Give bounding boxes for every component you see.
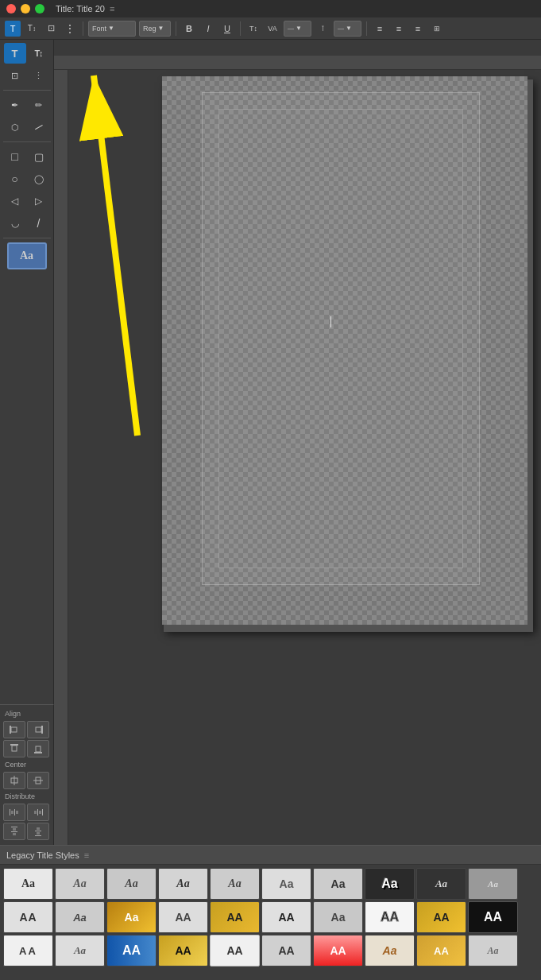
- wedge-tool[interactable]: ◁: [4, 191, 26, 211]
- polygon-tool[interactable]: ▷: [28, 191, 50, 211]
- style-swatch[interactable]: AA: [210, 935, 260, 966]
- center-label: Center: [3, 761, 50, 769]
- styles-grid: Aa Aa Aa Aa Aa Aa Aa Aa Aa Aa AA Aa Aa A…: [0, 865, 541, 970]
- close-button[interactable]: [6, 4, 16, 14]
- canvas-area[interactable]: [54, 56, 541, 845]
- kerning-dropdown[interactable]: —▼: [284, 21, 311, 37]
- style-swatch[interactable]: Aa: [158, 868, 208, 900]
- distribute-right[interactable]: [27, 804, 49, 821]
- tool-row-8: ◡ /: [4, 213, 50, 234]
- style-swatch[interactable]: Aa: [106, 901, 157, 933]
- text-type-tool[interactable]: T: [4, 43, 26, 64]
- style-swatch[interactable]: Aa: [106, 868, 157, 900]
- align-panel: Align Center Distribute: [0, 704, 54, 845]
- arc2-tool[interactable]: ◡: [4, 213, 26, 234]
- sep3: [240, 21, 241, 36]
- title-menu-icon[interactable]: ≡: [110, 4, 114, 14]
- styles-header: Legacy Title Styles ≡: [0, 846, 541, 865]
- style-swatch[interactable]: Aa: [416, 868, 466, 900]
- style-swatch[interactable]: Aa: [365, 935, 415, 966]
- style-swatch[interactable]: AA: [365, 901, 415, 933]
- italic-btn[interactable]: I: [200, 21, 216, 37]
- style-swatch[interactable]: Aa: [210, 868, 260, 900]
- distribute-bottom[interactable]: [27, 823, 49, 840]
- vertical-text-btn[interactable]: T↕: [24, 21, 40, 37]
- divider2: [3, 141, 51, 142]
- style-swatch[interactable]: Aa: [3, 868, 53, 900]
- paint-bucket-tool[interactable]: ⬡: [4, 117, 26, 138]
- svg-rect-19: [39, 811, 41, 814]
- styles-row-1: Aa Aa Aa Aa Aa Aa Aa Aa Aa Aa: [3, 868, 538, 900]
- align-right-edge[interactable]: [27, 721, 49, 738]
- svg-rect-20: [11, 827, 17, 827]
- vertical-type-tool[interactable]: T↕: [28, 43, 50, 64]
- rect-tool[interactable]: □: [4, 146, 26, 167]
- style-swatch[interactable]: AA: [261, 935, 311, 966]
- align-bottom-edge[interactable]: [27, 740, 49, 757]
- style-swatch[interactable]: AA: [106, 935, 157, 966]
- style-swatch[interactable]: Aa: [261, 901, 311, 933]
- line-tool[interactable]: /: [23, 112, 53, 142]
- ruler: [54, 56, 541, 70]
- align-top-edge[interactable]: [3, 740, 25, 757]
- styles-menu-icon[interactable]: ≡: [84, 850, 89, 860]
- style-swatch[interactable]: AA: [3, 935, 53, 966]
- minimize-button[interactable]: [21, 4, 30, 14]
- distribute-top[interactable]: [3, 823, 25, 840]
- baseline-dropdown[interactable]: —▼: [334, 21, 361, 37]
- tool-row-2: ⊡ ⋮: [4, 65, 50, 86]
- svg-rect-22: [13, 828, 16, 831]
- line2-tool[interactable]: /: [28, 213, 50, 234]
- align-left-edge[interactable]: [3, 721, 25, 738]
- center-v-btn[interactable]: [27, 772, 49, 789]
- style-swatch[interactable]: Aa: [261, 868, 311, 900]
- style-dropdown[interactable]: Reg▼: [139, 21, 171, 37]
- align-right-btn[interactable]: ≡: [410, 21, 426, 37]
- text-tool-btn[interactable]: T: [5, 21, 21, 37]
- style-swatch[interactable]: AA: [416, 901, 466, 933]
- style-swatch[interactable]: Aa: [365, 868, 415, 900]
- styles-row-2: AA Aa Aa Aa Aa Aa Aa AA AA AA: [3, 901, 538, 933]
- style-swatch[interactable]: Aa: [313, 868, 363, 900]
- distribute-left[interactable]: [3, 804, 25, 821]
- center-h-btn[interactable]: [3, 772, 25, 789]
- style-swatch[interactable]: AA: [313, 935, 363, 966]
- arc-tool[interactable]: ◯: [28, 168, 50, 189]
- style-swatch[interactable]: AA: [416, 935, 466, 966]
- svg-rect-10: [33, 780, 43, 781]
- select-tool-btn[interactable]: ⊡: [4, 65, 26, 86]
- underline-btn[interactable]: U: [219, 21, 235, 37]
- baseline-btn[interactable]: ⊺: [315, 21, 330, 37]
- list-tool-btn[interactable]: ⋮: [28, 65, 50, 86]
- style-swatch[interactable]: AA: [158, 935, 208, 966]
- ellipse-tool[interactable]: ○: [4, 168, 26, 189]
- style-swatch[interactable]: Aa: [210, 901, 260, 933]
- style-swatch[interactable]: AA: [3, 901, 53, 933]
- canvas-bg[interactable]: [68, 70, 541, 845]
- list-btn[interactable]: ⋮: [62, 21, 78, 37]
- tool-row-6: ○ ◯: [4, 168, 50, 189]
- style-tool[interactable]: Aa: [7, 242, 47, 269]
- svg-rect-17: [42, 809, 43, 815]
- svg-rect-3: [36, 727, 41, 732]
- align-left-btn[interactable]: ≡: [372, 21, 388, 37]
- rounded-rect-tool[interactable]: ▢: [28, 146, 50, 167]
- style-swatch[interactable]: Aa: [468, 868, 518, 900]
- style-swatch[interactable]: AA: [468, 901, 518, 933]
- style-swatch[interactable]: Aa: [468, 935, 518, 966]
- style-swatch[interactable]: Aa: [313, 901, 363, 933]
- text-size-btn[interactable]: T↕: [245, 21, 261, 37]
- pen-tool[interactable]: ✒: [4, 95, 26, 115]
- svg-rect-16: [37, 809, 38, 815]
- font-dropdown[interactable]: Font▼: [88, 21, 136, 37]
- kerning-btn[interactable]: VA: [265, 21, 280, 37]
- select-area-btn[interactable]: ⊡: [43, 21, 59, 37]
- bold-btn[interactable]: B: [181, 21, 197, 37]
- style-swatch[interactable]: Aa: [55, 868, 105, 900]
- style-swatch[interactable]: Aa: [55, 935, 105, 966]
- style-swatch[interactable]: Aa: [55, 901, 105, 933]
- style-swatch[interactable]: Aa: [158, 901, 208, 933]
- maximize-button[interactable]: [35, 4, 44, 14]
- align-center-btn[interactable]: ≡: [391, 21, 407, 37]
- tab-stops-btn[interactable]: ⊞: [429, 21, 445, 37]
